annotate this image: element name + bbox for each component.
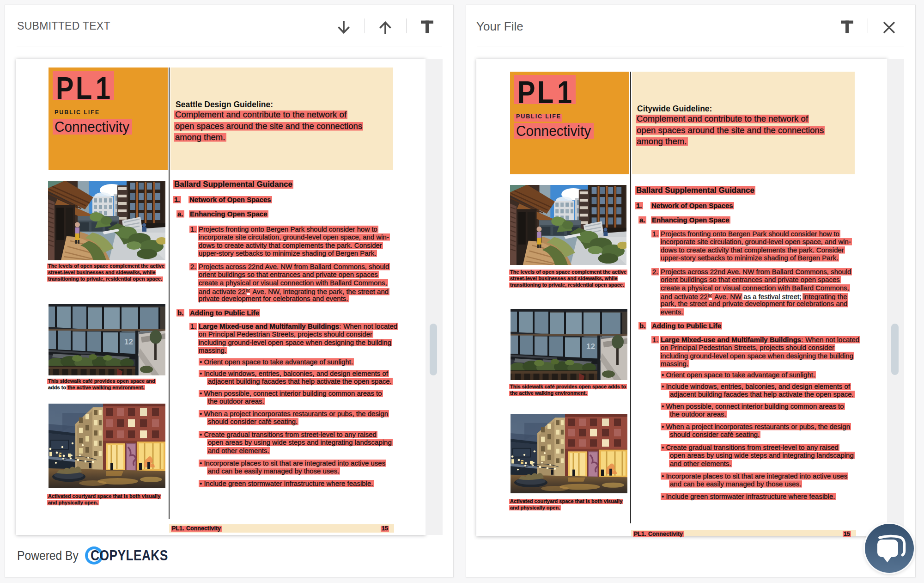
svg-text:12: 12	[586, 342, 595, 351]
svg-text:12: 12	[124, 338, 133, 346]
